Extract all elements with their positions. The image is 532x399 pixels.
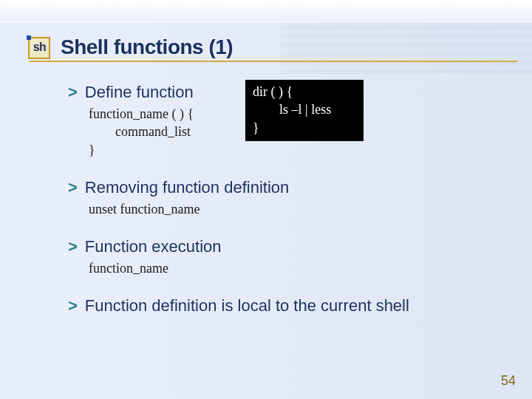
exec-syntax: function_name — [89, 259, 510, 277]
bullet-text: Removing function definition — [85, 178, 289, 197]
chevron-icon: > — [68, 178, 78, 197]
code-example: dir ( ) { ls –l | less } — [245, 80, 364, 141]
define-syntax: function_name ( ) { command_list } — [89, 105, 194, 159]
bullet-heading: > Define function — [68, 83, 194, 102]
bullet-exec: > Function execution function_name — [68, 237, 510, 277]
chevron-icon: > — [68, 296, 78, 316]
remove-syntax: unset function_name — [89, 200, 510, 218]
bullet-text: Function definition is local to the curr… — [85, 296, 409, 316]
page-title: Shell functions (1) — [61, 35, 233, 59]
sh-icon: sh — [28, 37, 50, 59]
chevron-icon: > — [68, 237, 78, 256]
bullet-local: > Function definition is local to the cu… — [68, 296, 510, 316]
slide-content: > Define function function_name ( ) { co… — [68, 83, 510, 335]
chevron-icon: > — [68, 83, 78, 102]
sh-icon-label: sh — [33, 41, 45, 55]
bullet-heading: > Function execution — [68, 237, 510, 256]
page-number: 54 — [501, 373, 516, 389]
bullet-define: > Define function function_name ( ) { co… — [68, 83, 510, 159]
bullet-heading: > Removing function definition — [68, 178, 510, 197]
bullet-remove: > Removing function definition unset fun… — [68, 178, 510, 218]
bullet-heading: > Function definition is local to the cu… — [68, 296, 510, 316]
bullet-text: Function execution — [85, 237, 222, 256]
bullet-text: Define function — [85, 83, 194, 102]
title-underline — [30, 61, 517, 62]
top-strip — [0, 0, 532, 22]
